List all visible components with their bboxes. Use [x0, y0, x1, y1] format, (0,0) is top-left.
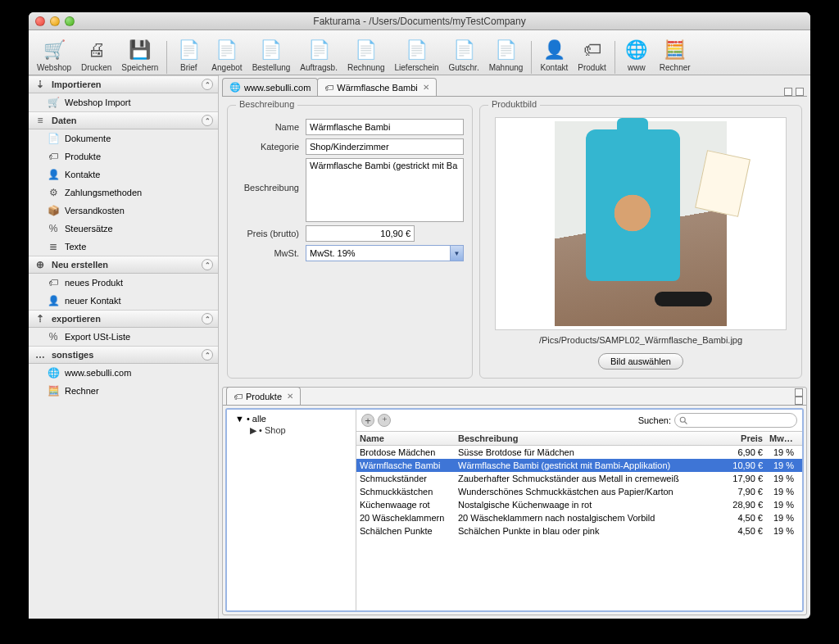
sidebar-item[interactable]: 🛒Webshop Import: [29, 93, 218, 111]
toolbar-gutschr.[interactable]: 📄Gutschr.: [443, 35, 483, 74]
tab[interactable]: 🏷Wärmflasche Bambi✕: [317, 78, 436, 96]
table-row[interactable]: Brotdose MädchenSüsse Brotdose für Mädch…: [356, 446, 802, 459]
collapse-icon[interactable]: ⌃: [202, 79, 213, 90]
sidebar-section-neu erstellen[interactable]: ⊕Neu erstellen⌃: [29, 256, 218, 274]
toolbar-mahnung[interactable]: 📄Mahnung: [484, 35, 528, 74]
add-button[interactable]: +: [361, 414, 374, 427]
webshop-icon: 🛒: [41, 37, 67, 63]
produkt-icon: 🏷: [579, 37, 605, 63]
toolbar-kontakt[interactable]: 👤Kontakt: [535, 35, 573, 74]
close-icon[interactable]: ✕: [423, 83, 429, 92]
col-desc[interactable]: Beschreibung: [455, 432, 717, 445]
toolbar-www[interactable]: 🌐www: [619, 35, 655, 74]
sidebar-item[interactable]: ≣Texte: [29, 238, 218, 256]
products-panel: 🏷 Produkte ✕ ▼ • alle ▶ • Shop: [222, 387, 807, 615]
app-window: Fakturama - /Users/Documents/myTestCompa…: [29, 12, 810, 619]
table-row[interactable]: 20 Wäscheklammern20 Wäscheklammern nach …: [356, 511, 802, 524]
table-row[interactable]: Wärmflasche BambiWärmflasche Bambi (gest…: [356, 459, 802, 472]
minimize-view-icon[interactable]: [795, 388, 803, 397]
editor-tabs: 🌐www.sebulli.com🏷Wärmflasche Bambi✕: [222, 79, 807, 97]
toolbar-rechnung[interactable]: 📄Rechnung: [342, 35, 390, 74]
maximize-view-icon[interactable]: [796, 88, 804, 96]
search-icon: [678, 415, 688, 425]
section-icon: …: [34, 348, 47, 361]
collapse-icon[interactable]: ⌃: [202, 313, 213, 324]
sidebar-section-exportieren[interactable]: ⇡exportieren⌃: [29, 310, 218, 328]
angebot-icon: 📄: [214, 37, 240, 63]
sidebar-item[interactable]: %Steuersätze: [29, 220, 218, 238]
label-name: Name: [236, 122, 306, 132]
sidebar-item[interactable]: %Export USt-Liste: [29, 328, 218, 346]
product-image: [555, 121, 727, 326]
collapse-icon[interactable]: ⌃: [202, 259, 213, 270]
tree-node-shop[interactable]: ▶ • Shop: [230, 424, 352, 437]
toolbar-drucken[interactable]: 🖨Drucken: [76, 35, 116, 74]
item-icon: 📦: [47, 204, 60, 217]
sidebar-item[interactable]: 🏷Produkte: [29, 147, 218, 166]
tab-products-label: Produkte: [246, 392, 282, 401]
category-input[interactable]: [306, 138, 464, 155]
search-input[interactable]: [674, 413, 797, 428]
toolbar-bestellung[interactable]: 📄Bestellung: [247, 35, 296, 74]
vat-select[interactable]: MwSt. 19% ▼: [306, 245, 464, 261]
col-name[interactable]: Name: [356, 432, 455, 445]
add-multi-button[interactable]: ⁺: [378, 414, 391, 427]
product-icon: 🏷: [234, 392, 243, 401]
collapse-icon[interactable]: ⌃: [202, 349, 213, 361]
tab[interactable]: 🌐www.sebulli.com: [222, 78, 318, 96]
name-input[interactable]: [306, 119, 464, 135]
col-price[interactable]: Preis: [717, 432, 766, 445]
sidebar-item[interactable]: ⚙Zahlungsmethoden: [29, 184, 218, 202]
collapse-icon[interactable]: ⌃: [202, 115, 213, 126]
sidebar-item[interactable]: 📄Dokumente: [29, 129, 218, 147]
sidebar-item[interactable]: 🏷neues Produkt: [29, 274, 218, 292]
table-row[interactable]: SchmuckständerZauberhafter Schmuckstände…: [356, 472, 802, 485]
label-price: Preis (brutto): [236, 229, 306, 238]
table-row[interactable]: SchmuckkästchenWunderschönes Schmuckkäst…: [356, 485, 802, 498]
maximize-view-icon[interactable]: [795, 397, 803, 405]
choose-image-button[interactable]: Bild auswählen: [598, 353, 683, 370]
sidebar-item[interactable]: 👤Kontakte: [29, 166, 218, 184]
toolbar-produkt[interactable]: 🏷Produkt: [573, 35, 610, 74]
sidebar-section-daten[interactable]: ≡Daten⌃: [29, 111, 218, 129]
item-icon: ≣: [47, 240, 60, 253]
item-icon: 👤: [47, 168, 60, 181]
description-fieldset: Beschreibung Name Kategorie Beschreibung: [227, 105, 473, 379]
table-row[interactable]: Schälchen PunkteSchälchen Punkte in blau…: [356, 524, 802, 537]
sidebar-item[interactable]: 👤neuer Kontakt: [29, 292, 218, 310]
item-icon: 👤: [47, 294, 60, 307]
label-vat: MwSt.: [236, 248, 306, 258]
main-toolbar: 🛒Webshop🖨Drucken💾Speichern📄Brief📄Angebot…: [29, 30, 810, 75]
sidebar-section-importieren[interactable]: ⇣Importieren⌃: [29, 75, 218, 93]
mahnung-icon: 📄: [493, 37, 519, 63]
minimize-view-icon[interactable]: [784, 88, 792, 96]
toolbar-brief[interactable]: 📄Brief: [170, 35, 206, 74]
toolbar-rechner[interactable]: 🧮Rechner: [655, 35, 696, 74]
search-label: Suchen:: [638, 415, 671, 425]
category-tree[interactable]: ▼ • alle ▶ • Shop: [227, 410, 356, 610]
gutschr.-icon: 📄: [451, 37, 477, 63]
close-icon[interactable]: ✕: [287, 392, 293, 401]
sidebar-item[interactable]: 📦Versandkosten: [29, 202, 218, 220]
price-input[interactable]: [306, 225, 415, 242]
sidebar-section-sonstiges[interactable]: …sonstiges⌃: [29, 346, 218, 364]
sidebar: ⇣Importieren⌃🛒Webshop Import≡Daten⌃📄Doku…: [29, 75, 219, 619]
label-category: Kategorie: [236, 142, 306, 152]
toolbar-angebot[interactable]: 📄Angebot: [206, 35, 247, 74]
tree-node-all[interactable]: ▼ • alle: [230, 413, 352, 424]
description-input[interactable]: [306, 158, 464, 222]
toolbar-speichern[interactable]: 💾Speichern: [116, 35, 163, 74]
tab-icon: 🌐: [229, 82, 241, 93]
sidebar-item[interactable]: 🌐www.sebulli.com: [29, 364, 218, 382]
item-icon: 📄: [47, 132, 60, 145]
product-image-path: /Pics/Products/SAMPL02_Wärmflasche_Bambi…: [488, 332, 793, 348]
product-editor: Beschreibung Name Kategorie Beschreibung: [222, 100, 807, 383]
sidebar-item[interactable]: 🧮Rechner: [29, 382, 218, 400]
toolbar-auftragsb.[interactable]: 📄Auftragsb.: [295, 35, 342, 74]
col-vat[interactable]: MwSt.: [766, 432, 802, 445]
table-row[interactable]: Küchenwaage rotNostalgische Küchenwaage …: [356, 498, 802, 511]
toolbar-webshop[interactable]: 🛒Webshop: [32, 35, 76, 74]
item-icon: 🏷: [47, 276, 60, 289]
toolbar-lieferschein[interactable]: 📄Lieferschein: [390, 35, 444, 74]
tab-products[interactable]: 🏷 Produkte ✕: [226, 387, 301, 405]
